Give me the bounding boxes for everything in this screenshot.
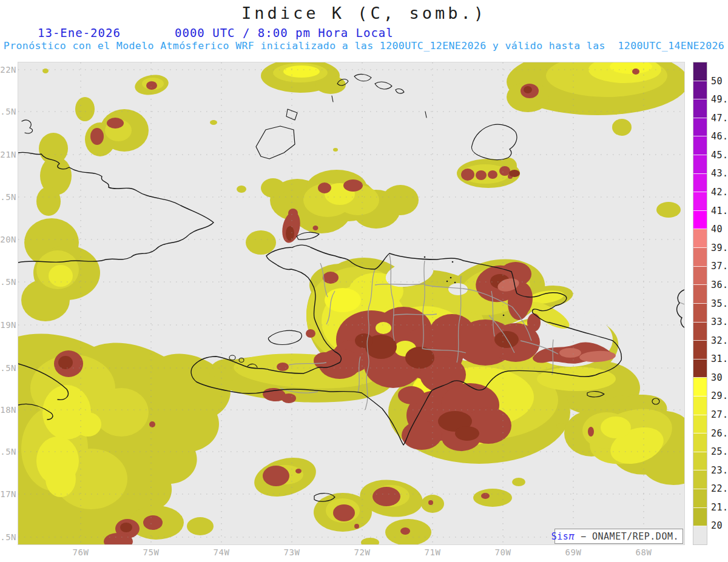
latitude-axis: 22N1.5N21N0.5N20N9.5N19N8.5N18N7.5N17N6.… [0,0,17,562]
lon-tick-label: 74W [214,547,230,557]
colorbar-tick-label: 29.1 [711,390,728,401]
colorbar-tick-label: 31.3 [711,353,728,364]
lat-tick-label: 7.5N [0,447,16,457]
colorbar-tick-label: 20 [711,520,723,531]
colorbar-tick-label: 26.5 [711,428,728,439]
colorbar-segment [693,489,707,508]
colorbar-tick-label: 30 [711,372,723,383]
k-index-colorbar [693,62,707,544]
colorbar-tick-label: 23.9 [711,465,728,476]
lon-tick-label: 72W [354,547,371,557]
sispi-logo-text: Sis [551,531,569,542]
colorbar-segment [693,433,707,452]
forecast-page: { "header": { "title": "Indice K (C, som… [0,0,728,562]
colorbar-tick-labels: 5049.147.846.545.243.942.641.34039.137.8… [711,62,728,544]
colorbar-tick-label: 42.6 [711,187,728,198]
colorbar-segment [693,323,707,341]
colorbar-tick-label: 50 [711,76,723,87]
bahamas-squiggle [22,120,33,133]
colorbar-segment [693,526,707,544]
forecast-map [18,62,684,544]
colorbar-segment [693,136,707,155]
colorbar-segment [693,267,707,286]
colorbar-tick-label: 37.8 [711,261,728,272]
colorbar-segment [693,62,707,81]
colorbar-tick-label: 46.5 [711,131,728,142]
lat-tick-label: 21N [0,150,16,159]
colorbar-tick-label: 43.9 [711,168,728,179]
colorbar-segment [693,415,707,434]
lat-tick-label: 22N [0,65,16,75]
lon-tick-label: 73W [284,547,300,557]
map-frame [18,62,684,544]
page-title: Indice K (C, somb.) [0,4,728,22]
colorbar-tick-label: 45.2 [711,150,728,161]
colorbar-tick-label: 25.2 [711,446,728,457]
colorbar-segment [693,155,707,174]
colorbar-segment [693,248,707,267]
colorbar-tick-label: 35.2 [711,298,728,309]
gonave-island [268,330,302,344]
colorbar-tick-label: 47.8 [711,113,728,124]
pi-symbol: π [568,530,575,542]
tortue-island [297,232,319,239]
lon-tick-label: 71W [425,547,441,557]
colorbar-segment [693,304,707,323]
colorbar-tick-label: 36.5 [711,279,728,290]
great-inagua-island [256,126,295,159]
colorbar-segment [693,470,707,489]
colorbar-segment [693,452,707,471]
lon-tick-label: 70W [495,547,511,557]
colorbar-segment [693,341,707,360]
colorbar-tick-label: 22.6 [711,483,728,494]
colorbar-tick-label: 39.1 [711,243,728,253]
colorbar-tick-label: 27.8 [711,409,728,420]
agency-label: − ONAMET/REP.DOM. [575,531,679,542]
colorbar-segment [693,508,707,527]
colorbar-tick-label: 41.3 [711,206,728,216]
lat-tick-label: 9.5N [0,277,16,287]
k-index-shading [18,62,684,544]
colorbar-tick-label: 32.6 [711,335,728,346]
colorbar-segment [693,378,707,396]
lat-tick-label: 0.5N [0,192,16,202]
colorbar-segment [693,360,707,378]
colorbar-tick-label: 49.1 [711,94,728,105]
colorbar-tick-label: 21.3 [711,502,728,513]
colorbar-segment [693,396,707,415]
lon-tick-label: 69W [565,547,582,557]
lat-tick-label: 20N [0,235,16,244]
model-note: Pronóstico con el Modelo Atmósferico WRF… [0,40,728,52]
lon-tick-label: 76W [73,547,89,557]
colorbar-tick-label: 40 [711,224,723,235]
puerto-rico-edge [677,290,684,327]
lat-tick-label: 17N [0,489,16,499]
colorbar-tick-label: 33.9 [711,316,728,327]
colorbar-segment [693,99,707,118]
forecast-time: 0000 UTC / 8:00 pm Hora Local [175,26,394,39]
forecast-date: 13-Ene-2026 [38,26,121,39]
lat-tick-label: 6.5N [0,532,16,542]
colorbar-segment [693,192,707,211]
lat-tick-label: 1.5N [0,107,16,116]
lat-tick-label: 8.5N [0,363,16,373]
branding-box: Sisπ − ONAMET/REP.DOM. [554,529,683,544]
colorbar-segment [693,229,707,248]
lat-tick-label: 19N [0,320,16,330]
colorbar-segment [693,211,707,230]
colorbar-segment [693,81,707,100]
lon-tick-label: 75W [143,547,160,557]
colorbar-segment [693,118,707,137]
colorbar-segment [693,285,707,304]
lon-tick-label: 68W [636,547,652,557]
colorbar-segment [693,174,707,193]
lat-tick-label: 18N [0,405,16,415]
